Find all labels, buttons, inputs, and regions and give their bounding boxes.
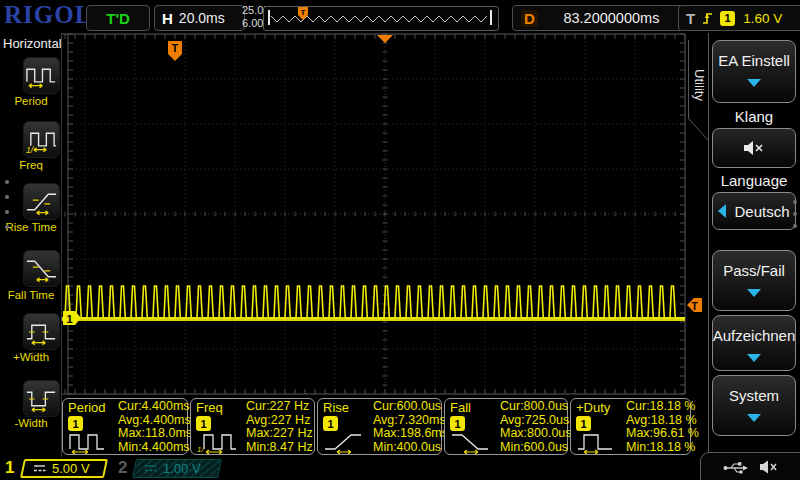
trigger-level-value: 1.60 V	[743, 11, 782, 26]
minus-width-icon	[25, 385, 58, 413]
rise-time-button-label: Rise Time	[0, 221, 62, 233]
speaker-muted-icon	[759, 459, 779, 475]
chevron-down-icon	[747, 289, 761, 297]
measurement-cur: Cur:227 Hz	[246, 400, 313, 414]
measurement-max: Max:198.6ms	[373, 427, 448, 441]
menu-item-klang[interactable]	[712, 128, 796, 168]
measurement-name: Rise	[323, 400, 349, 415]
period-icon	[68, 431, 112, 454]
oscilloscope-screen: RIGOL T'D H 20.0ms 25.0MSa/s 6.00M pts T…	[0, 0, 800, 480]
measurement-cur: Cur:600.0us	[373, 400, 448, 414]
measurement-avg: Avg:725.0us	[500, 414, 572, 428]
measurement-cur: Cur:800.0us	[500, 400, 572, 414]
freq-button[interactable]: 1/	[23, 121, 60, 158]
measurement-panel-freq[interactable]: Freq 1 1/ Cur:227 Hz Avg:227 Hz Max:227 …	[190, 398, 315, 455]
scroll-indicator-dot	[5, 180, 9, 184]
dc-coupling-icon	[33, 464, 46, 473]
menu-page-dot	[793, 200, 797, 204]
rising-edge-icon	[701, 10, 714, 26]
measurement-avg: Avg:4.400ms	[118, 414, 192, 428]
svg-text:T: T	[692, 301, 698, 312]
trigger-status-badge: T'D	[86, 5, 150, 31]
measurement-min: Min:18.18 %	[626, 441, 699, 455]
measurement-panel-duty[interactable]: +Duty 1 Cur:18.18 % Avg:18.18 % Max:96.6…	[570, 398, 691, 455]
timebase-value: 20.0ms	[179, 10, 225, 26]
measurement-name: +Duty	[576, 400, 610, 415]
menu-item-klang-label: Klang	[712, 108, 796, 125]
menu-item-pass-fail[interactable]: Pass/Fail	[712, 250, 796, 311]
scroll-indicator-dot	[5, 225, 9, 229]
measurement-panel-fall[interactable]: Fall 1 Cur:800.0us Avg:725.0us Max:800.0…	[444, 398, 568, 455]
minus-width-button-label: -Width	[0, 417, 62, 429]
scroll-indicator-dot	[5, 210, 9, 214]
svg-text:1/: 1/	[197, 445, 204, 454]
channel-badge: 1	[450, 416, 465, 431]
fall-time-button[interactable]	[23, 250, 60, 287]
channel1-number: 1	[5, 458, 14, 478]
menu-item-label: System	[729, 387, 779, 404]
language-value: Deutsch	[734, 203, 789, 220]
channel2-scale: 1.00 V	[163, 461, 201, 476]
timebase-control[interactable]: H 20.0ms	[154, 5, 245, 31]
waveform-display-grid[interactable]: T1T	[62, 33, 703, 396]
dc-coupling-icon	[144, 464, 157, 473]
trigger-time-marker: T	[168, 41, 182, 61]
channel1-status[interactable]: 5.00 V	[20, 459, 108, 478]
menu-item-label: EA Einstell	[718, 52, 790, 69]
svg-text:T: T	[301, 8, 306, 17]
measurement-min: Min:8.47 Hz	[246, 441, 313, 455]
memory-waveform-preview[interactable]: T	[263, 6, 499, 31]
freq-icon: 1/	[25, 126, 58, 154]
period-icon	[25, 62, 58, 90]
menu-item-language[interactable]: Deutsch	[712, 192, 796, 230]
measurement-cur: Cur:18.18 %	[626, 400, 699, 414]
channel-badge: 1	[68, 416, 83, 431]
chevron-down-icon	[747, 354, 761, 362]
fall-time-icon	[450, 431, 494, 454]
rise-time-icon	[25, 188, 58, 216]
freq-icon: 1/	[196, 431, 240, 454]
menu-item-ea-einstell[interactable]: EA Einstell	[712, 40, 796, 103]
measurement-max: Max:96.61 %	[626, 427, 699, 441]
rigol-logo: RIGOL	[4, 1, 92, 29]
svg-text:T: T	[172, 42, 179, 54]
period-button[interactable]	[23, 57, 60, 94]
menu-item-label: Pass/Fail	[723, 262, 785, 279]
measurement-name: Fall	[450, 400, 471, 415]
menu-item-system[interactable]: System	[712, 375, 796, 436]
measurement-max: Max:800.0us	[500, 427, 572, 441]
usb-icon	[723, 460, 749, 475]
measurement-panel-rise[interactable]: Rise 1 Cur:600.0us Avg:7.320ms Max:198.6…	[317, 398, 442, 455]
channel2-status[interactable]: 1.00 V	[132, 459, 222, 478]
measurement-avg: Avg:7.320ms	[373, 414, 448, 428]
menu-page-dot	[793, 212, 797, 216]
svg-text:1: 1	[67, 313, 73, 325]
period-button-label: Period	[0, 95, 62, 107]
measurement-cur: Cur:4.400ms	[118, 400, 192, 414]
right-menu-divider	[708, 33, 709, 457]
channel2-number: 2	[118, 458, 127, 478]
trigger-settings[interactable]: T 1 1.60 V	[678, 5, 800, 31]
plus-width-button[interactable]	[23, 313, 60, 350]
trigger-label: T	[686, 10, 695, 27]
minus-width-button[interactable]	[23, 380, 60, 417]
menu-item-aufzeichnen[interactable]: Aufzeichnen	[712, 315, 796, 371]
measurement-panel-period[interactable]: Period 1 Cur:4.400ms Avg:4.400ms Max:118…	[62, 398, 188, 455]
horizontal-label: H	[162, 10, 173, 27]
channel1-waveform	[62, 286, 685, 318]
delay-value: 83.2000000ms	[546, 10, 677, 26]
trigger-position-triangle	[377, 35, 393, 43]
menu-item-label: Aufzeichnen	[713, 327, 796, 344]
plus-width-icon	[25, 318, 58, 346]
channel-badge: 1	[196, 416, 211, 431]
preview-trigger-marker: T	[298, 7, 308, 20]
rise-time-button[interactable]	[23, 183, 60, 220]
horizontal-delay-control[interactable]: D 83.2000000ms	[512, 5, 686, 31]
measurement-avg: Avg:18.18 %	[626, 414, 699, 428]
channel-badge: 1	[323, 416, 338, 431]
trigger-level-marker: T	[687, 298, 702, 312]
delay-label: D	[521, 10, 538, 27]
measurement-avg: Avg:227 Hz	[246, 414, 313, 428]
measurement-max: Max:118.0ms	[118, 427, 192, 441]
freq-button-label: Freq	[0, 159, 62, 171]
